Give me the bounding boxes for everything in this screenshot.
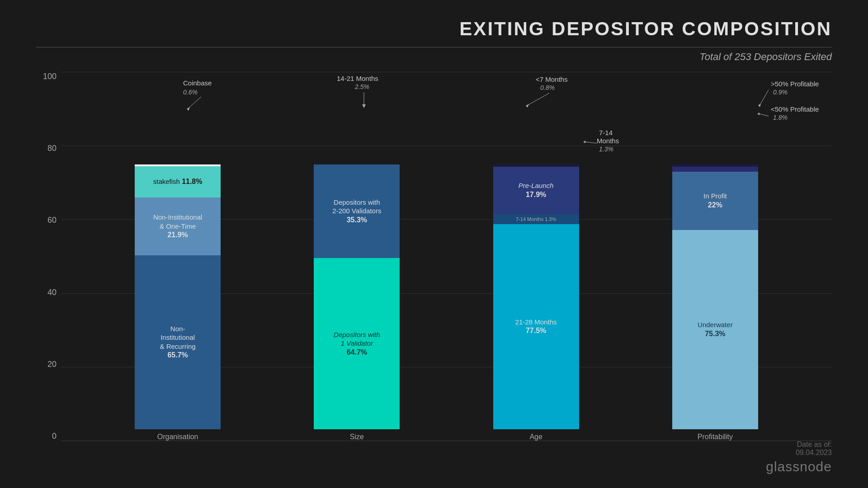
y-label-20: 20 [36, 360, 61, 369]
seg-underwater: Underwater75.3% [672, 230, 758, 429]
date-value: 09.04.2023 [766, 449, 832, 457]
y-label-60: 60 [36, 216, 61, 225]
bottom-right: Date as of: 09.04.2023 glassnode [766, 441, 832, 474]
y-label-0: 0 [36, 432, 61, 441]
x-label-size: Size [350, 433, 364, 441]
y-label-100: 100 [36, 72, 61, 81]
seg-21-28months: 21-28 Months77.5% [493, 224, 579, 429]
y-label-40: 40 [36, 288, 61, 297]
seg-7months [493, 164, 579, 167]
bar-profitability: Underwater75.3% In Profit22% Profitabili… [672, 164, 758, 441]
seg-prelaunch: Pre-Launch17.9% [493, 167, 579, 214]
y-axis: 0 20 40 60 80 100 [36, 72, 61, 461]
glassnode-logo: glassnode [766, 459, 832, 474]
y-label-80: 80 [36, 144, 61, 153]
bar-size: Depositors with1 Validator64.7% Deposito… [314, 164, 400, 441]
x-label-age: Age [529, 433, 542, 441]
seg-nonins-recurring: Non-Institutional& Recurring65.7% [135, 255, 221, 429]
x-label-organisation: Organisation [157, 433, 198, 441]
seg-7-14months: 7-14 Months 1.3% [493, 214, 579, 224]
title-section: EXITING DEPOSITOR COMPOSITION [36, 18, 832, 40]
bar-age: 21-28 Months77.5% 7-14 Months 1.3% Pre-L… [493, 164, 579, 441]
bar-organisation: Non-Institutional& Recurring65.7% Non-In… [135, 164, 221, 441]
main-container: EXITING DEPOSITOR COMPOSITION Total of 2… [0, 0, 868, 488]
seg-validator-1: Depositors with1 Validator64.7% [314, 258, 400, 429]
bars-area: Non-Institutional& Recurring65.7% Non-In… [61, 72, 832, 441]
title-divider [36, 47, 832, 47]
subtitle: Total of 253 Depositors Exited [36, 51, 832, 63]
seg-stakefish: stakefish 11.8% [135, 166, 221, 197]
seg-coinbase [135, 164, 221, 166]
seg-50plus [672, 164, 758, 167]
seg-50less [672, 167, 758, 172]
chart-body: Non-Institutional& Recurring65.7% Non-In… [61, 72, 832, 461]
main-title: EXITING DEPOSITOR COMPOSITION [36, 18, 832, 40]
x-label-profitability: Profitability [698, 433, 733, 441]
date-label: Date as of: [766, 441, 832, 449]
seg-inprofit: In Profit22% [672, 172, 758, 230]
seg-validators-200: Depositors with2-200 Validators35.3% [314, 164, 400, 258]
seg-nonins-onetime: Non-Institutional& One-Time21.9% [135, 197, 221, 255]
